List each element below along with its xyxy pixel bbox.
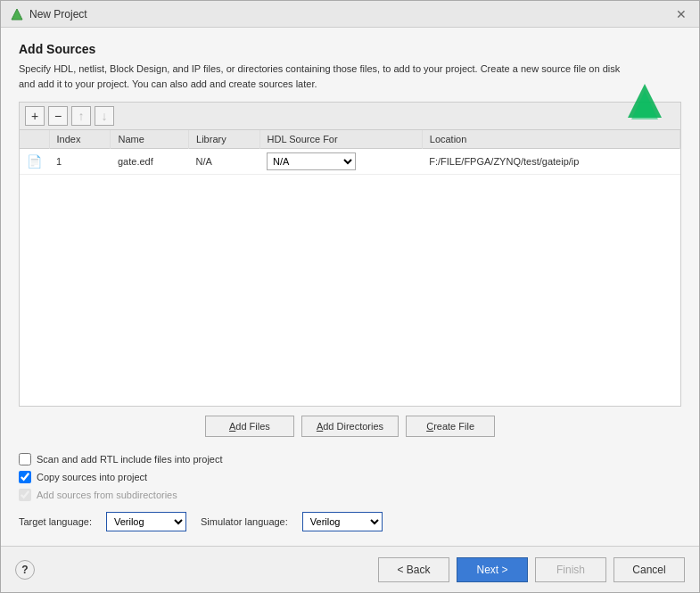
svg-marker-0	[12, 9, 22, 20]
main-window: New Project ✕ Add Sources Specify HDL, n…	[0, 0, 700, 593]
cancel-button[interactable]: Cancel	[614, 557, 685, 582]
row-library: N/A	[189, 149, 260, 175]
col-library: Library	[189, 130, 260, 149]
titlebar-left: New Project	[10, 7, 87, 21]
back-button[interactable]: < Back	[378, 557, 449, 582]
copy-sources-label[interactable]: Copy sources into project	[37, 472, 147, 482]
remove-source-button[interactable]: −	[48, 106, 68, 126]
target-language-label: Target language:	[19, 516, 92, 527]
row-icon: 📄	[20, 149, 49, 175]
table-row[interactable]: 📄 1 gate.edf N/A N/A F:/FILE/FPGA/ZYNQ/t…	[20, 149, 680, 175]
action-buttons-row: Add Files Add Directories Create File	[19, 407, 681, 446]
row-hdl-source: N/A	[259, 149, 422, 175]
relative-container: Add Sources Specify HDL, netlist, Block …	[19, 42, 681, 531]
scan-rtl-checkbox[interactable]	[19, 453, 31, 465]
add-subdirs-row: Add sources from subdirectories	[19, 489, 681, 501]
close-button[interactable]: ✕	[672, 7, 690, 21]
col-name: Name	[111, 130, 189, 149]
copy-sources-row: Copy sources into project	[19, 471, 681, 483]
table-header-row: Index Name Library HDL Source For Locati…	[20, 130, 680, 149]
main-content: Add Sources Specify HDL, netlist, Block …	[1, 28, 699, 546]
language-row: Target language: Verilog VHDL Simulator …	[19, 512, 681, 531]
simulator-language-select[interactable]: Verilog VHDL	[302, 512, 383, 531]
add-directories-label: Add Directories	[317, 421, 383, 432]
help-button[interactable]: ?	[15, 560, 35, 580]
add-subdirs-label: Add sources from subdirectories	[37, 490, 177, 500]
file-icon: 📄	[27, 154, 42, 169]
sources-table: Index Name Library HDL Source For Locati…	[20, 130, 680, 175]
section-description: Specify HDL, netlist, Block Design, and …	[19, 62, 625, 91]
vivado-logo	[626, 82, 663, 125]
simulator-language-label: Simulator language:	[201, 516, 288, 527]
row-name: gate.edf	[111, 149, 189, 175]
add-files-button[interactable]: Add Files	[205, 416, 294, 437]
target-language-select[interactable]: Verilog VHDL	[106, 512, 186, 531]
col-index: Index	[49, 130, 111, 149]
col-location: Location	[422, 130, 679, 149]
footer-left: ?	[15, 560, 35, 580]
move-up-button[interactable]: ↑	[71, 106, 91, 126]
row-location: F:/FILE/FPGA/ZYNQ/test/gateip/ip	[422, 149, 679, 175]
window-title: New Project	[29, 8, 87, 21]
titlebar: New Project ✕	[1, 1, 699, 28]
row-index: 1	[49, 149, 111, 175]
options-area: Scan and add RTL include files into proj…	[19, 446, 681, 508]
copy-sources-checkbox[interactable]	[19, 471, 31, 483]
scan-rtl-label[interactable]: Scan and add RTL include files into proj…	[37, 454, 223, 465]
footer-right: < Back Next > Finish Cancel	[378, 557, 685, 582]
add-subdirs-checkbox	[19, 489, 31, 501]
add-files-label: Add Files	[229, 421, 270, 432]
create-file-button[interactable]: Create File	[406, 416, 495, 437]
source-toolbar: + − ↑ ↓	[19, 102, 681, 129]
col-icon	[20, 130, 49, 149]
app-icon	[10, 7, 24, 21]
hdl-source-select[interactable]: N/A	[267, 152, 356, 170]
sources-table-container: Index Name Library HDL Source For Locati…	[19, 129, 681, 407]
footer: ? < Back Next > Finish Cancel	[1, 546, 699, 592]
create-file-label: Create File	[426, 421, 474, 432]
scan-rtl-row: Scan and add RTL include files into proj…	[19, 453, 681, 465]
col-hdl-source: HDL Source For	[259, 130, 422, 149]
logo-area	[626, 82, 663, 128]
section-title: Add Sources	[19, 42, 681, 56]
add-directories-button[interactable]: Add Directories	[301, 416, 399, 437]
table-wrapper: Index Name Library HDL Source For Locati…	[20, 130, 680, 406]
move-down-button[interactable]: ↓	[95, 106, 114, 126]
add-source-button[interactable]: +	[25, 106, 45, 126]
finish-button[interactable]: Finish	[535, 557, 606, 582]
next-button[interactable]: Next >	[457, 557, 528, 582]
